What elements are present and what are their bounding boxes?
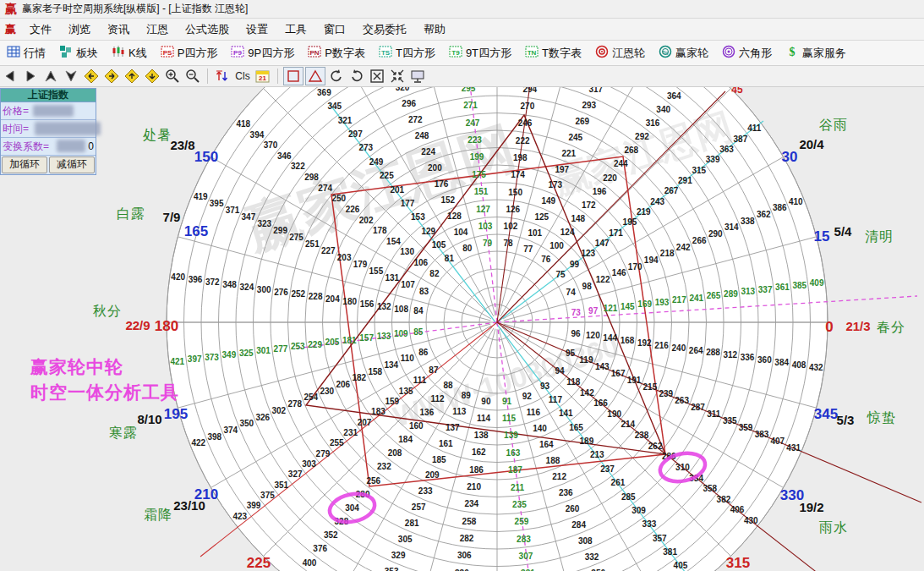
wheel-number: 100 — [549, 241, 564, 250]
add-cycle-button[interactable]: 加循环 — [2, 156, 47, 173]
wheel-number: 213 — [590, 450, 604, 459]
wheel-number: 385 — [792, 281, 806, 290]
menu-item-7[interactable]: 窗口 — [315, 23, 354, 36]
diamond-up-icon-button[interactable] — [123, 68, 141, 85]
toolbar-item-PN-5[interactable]: PNP数字表 — [301, 41, 372, 65]
screen-icon-button[interactable] — [408, 68, 427, 85]
wheel-number: 90 — [481, 397, 491, 406]
menu-item-5[interactable]: 设置 — [238, 23, 276, 36]
title-bar: 赢 赢家老子时空周期系统[纵横版] - [上证指数 江恩轮] — [0, 0, 924, 19]
toolbar-item-blocks-1[interactable]: 板块 — [52, 41, 105, 65]
menu-item-0[interactable]: 文件 — [21, 23, 60, 36]
arrow-left-icon-button[interactable] — [1, 68, 19, 85]
toolbar-item-PS-3[interactable]: PSP四方形 — [154, 41, 225, 65]
wheel-number: 219 — [637, 207, 651, 217]
wheel-number: 398 — [207, 432, 221, 442]
rot-ccw-icon-button[interactable] — [327, 68, 346, 85]
box-x-icon-button[interactable] — [368, 68, 386, 85]
wheel-number: 74 — [566, 288, 577, 297]
wheel-number: 306 — [457, 551, 472, 560]
square-icon-button[interactable] — [283, 67, 303, 85]
rim-label: 45 — [731, 87, 743, 96]
hex-icon — [722, 45, 735, 61]
quote-panel: 上证指数 价格= 时间= 变换系数= 0 加循环 减循环 — [0, 88, 96, 175]
wheel-number: 294 — [522, 87, 537, 94]
wheel-number: 396 — [189, 275, 203, 284]
toolbar-item-wheel-10[interactable]: Big赢家轮 — [652, 41, 715, 65]
wheel-number: 222 — [516, 136, 530, 145]
rim-label: 白露 — [117, 206, 145, 221]
menu-item-3[interactable]: 江恩 — [138, 23, 177, 36]
wheel-number: 84 — [413, 306, 424, 316]
wheel-number: 423 — [232, 512, 247, 521]
wheel-number: 381 — [663, 547, 677, 557]
rim-label: 霜降 — [144, 508, 172, 522]
wheel-number: 323 — [257, 219, 271, 228]
wheel-number: 295 — [462, 87, 476, 93]
rot-cw-icon-button[interactable] — [347, 68, 366, 85]
wheel-number: 293 — [582, 101, 596, 110]
toolbar-item-T9-7[interactable]: T99T四方形 — [442, 41, 518, 65]
center-arrows-icon-button[interactable] — [388, 68, 407, 85]
menu-item-2[interactable]: 资讯 — [99, 23, 138, 36]
wheel-number: 257 — [412, 502, 426, 512]
menu-item-1[interactable]: 浏览 — [60, 23, 99, 36]
wheel-number: 101 — [528, 228, 542, 238]
toolbar-item-target-9[interactable]: 江恩轮 — [588, 41, 652, 65]
triangle-icon-button[interactable] — [305, 67, 325, 85]
wheel-number: 312 — [723, 350, 737, 360]
wheel-number: 130 — [400, 247, 414, 256]
diamond-right-icon-button[interactable] — [102, 68, 121, 85]
menu-item-9[interactable]: 帮助 — [415, 23, 454, 36]
svg-text:TN: TN — [528, 49, 537, 57]
toolbar-item-TN-8[interactable]: TNT数字表 — [518, 41, 588, 65]
diamond-left-icon-button[interactable] — [82, 68, 101, 85]
wheel-number: 410 — [789, 197, 803, 206]
wheel-number: 256 — [366, 476, 380, 486]
toolbar-item-grid-0[interactable]: 行情 — [0, 41, 52, 65]
zoom-in-icon-button[interactable] — [163, 68, 182, 85]
wheel-number: 170 — [628, 262, 642, 272]
wheel-number: 227 — [321, 246, 336, 255]
wheel-number: 167 — [611, 369, 626, 378]
wheel-number: 131 — [385, 273, 399, 283]
wheel-number: 191 — [627, 376, 642, 385]
wheel-number: 184 — [398, 435, 413, 444]
arrow-right-icon-button[interactable] — [21, 68, 40, 85]
wheel-number: 231 — [343, 428, 358, 437]
wheel-number: 383 — [755, 430, 769, 439]
wheel-number: 205 — [325, 338, 340, 347]
arrow-down-icon-button[interactable] — [62, 68, 80, 85]
wheel-number: 248 — [415, 131, 429, 140]
zoom-out-icon-button[interactable] — [183, 68, 202, 85]
toolbar-item-hex-11[interactable]: 六角形 — [715, 41, 779, 65]
wheel-number: 169 — [637, 299, 652, 309]
wheel-number: 137 — [446, 423, 460, 432]
arrow-up-icon-button[interactable] — [41, 68, 60, 85]
wheel-number: 233 — [418, 486, 433, 496]
svg-text:PN: PN — [310, 49, 320, 57]
wheel-number: 259 — [515, 517, 529, 526]
wheel-number: 221 — [561, 149, 576, 158]
wheel-number: 290 — [708, 229, 723, 239]
toolbar-item-P9-4[interactable]: P99P四方形 — [224, 41, 301, 65]
wheel-number: 188 — [546, 456, 560, 465]
toolbar-item-dollar-12[interactable]: $赢家服务 — [779, 41, 853, 65]
wheel-number: 275 — [289, 233, 303, 242]
menu-item-6[interactable]: 工具 — [276, 23, 315, 36]
wheel-number: 193 — [655, 298, 670, 307]
wheel-number: 263 — [675, 396, 689, 405]
rim-label: 5/4 — [834, 224, 853, 239]
subtract-cycle-button[interactable]: 减循环 — [49, 156, 95, 173]
wheel-number: 373 — [205, 353, 219, 362]
toolbar-item-TS-6[interactable]: TST四方形 — [372, 41, 442, 65]
wheel-number: 95 — [566, 349, 576, 358]
updown-icon-button[interactable] — [213, 68, 232, 85]
wheel-number: 316 — [646, 118, 660, 128]
menu-item-4[interactable]: 公式选股 — [177, 23, 238, 36]
toolbar-item-kline-2[interactable]: K线 — [105, 41, 154, 65]
cls-button[interactable]: Cls — [233, 68, 252, 85]
menu-item-8[interactable]: 交易委托 — [354, 23, 415, 36]
diamond-down-icon-button[interactable] — [143, 68, 161, 85]
calendar-icon-button[interactable]: 21 — [254, 68, 272, 85]
